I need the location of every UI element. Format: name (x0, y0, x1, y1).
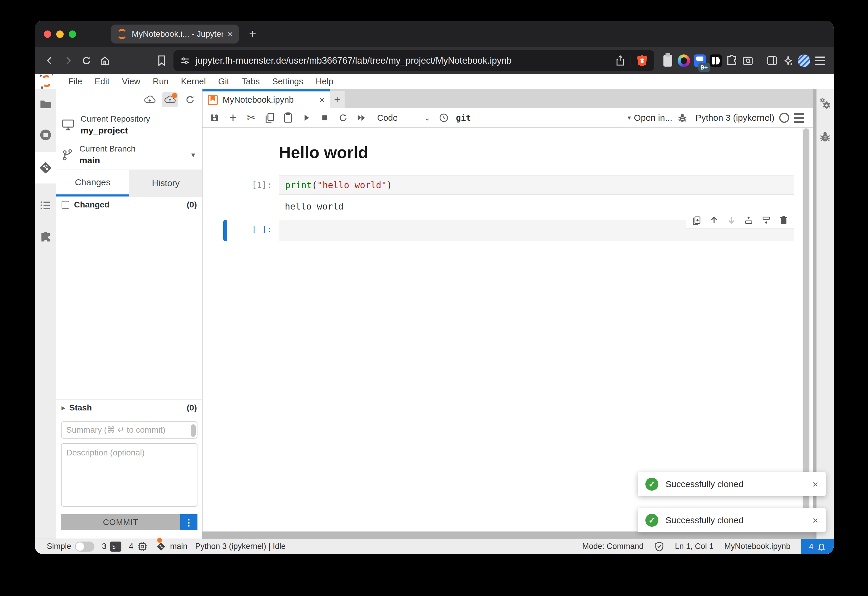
restart-kernel-icon[interactable] (335, 110, 351, 125)
cell-collapser[interactable] (223, 176, 227, 195)
new-launcher-button[interactable]: + (330, 91, 345, 108)
commit-options-kebab-icon[interactable]: ⋮ (180, 514, 198, 530)
changed-checkbox[interactable] (62, 201, 69, 209)
branch-dropdown-caret-icon[interactable]: ▾ (191, 150, 197, 159)
menu-edit[interactable]: Edit (89, 77, 116, 86)
terminals-indicator[interactable]: 3 $_ (102, 541, 121, 552)
menu-git[interactable]: Git (212, 77, 235, 86)
trust-shield-icon[interactable] (654, 541, 664, 552)
vertical-scrollbar-thumb[interactable] (803, 128, 809, 530)
changed-section-header[interactable]: Changed (0) (56, 196, 202, 213)
git-refresh-icon[interactable] (182, 92, 198, 107)
toast-notification[interactable]: ✓ Successfully cloned × (638, 472, 826, 496)
menu-settings[interactable]: Settings (266, 77, 309, 86)
git-sidebar-icon-active[interactable] (35, 152, 56, 183)
copy-cells-icon[interactable] (262, 110, 278, 125)
notifications-button[interactable]: 4 (801, 539, 834, 554)
wallet-search-icon[interactable] (741, 54, 754, 67)
url-bar[interactable]: jupyter.fh-muenster.de/user/mb366767/lab… (173, 50, 654, 71)
active-cell-collapser[interactable] (223, 220, 227, 241)
commit-summary-input[interactable] (66, 425, 192, 435)
reader-extension-icon[interactable] (709, 54, 722, 67)
insert-cell-below-icon[interactable] (759, 213, 774, 227)
stop-kernel-icon[interactable] (317, 110, 333, 125)
restart-run-all-icon[interactable] (353, 110, 369, 125)
tab-changes[interactable]: Changes (56, 170, 129, 196)
kernel-name[interactable]: Python 3 (ipykernel) (695, 113, 775, 123)
stash-section-header[interactable]: ▸ Stash (0) (56, 400, 202, 416)
tab-close-icon[interactable]: × (227, 29, 233, 39)
home-icon[interactable] (97, 53, 112, 68)
browser-menu-icon[interactable] (813, 54, 827, 67)
forward-icon[interactable] (61, 53, 76, 68)
kernels-indicator[interactable]: 4 (129, 541, 148, 552)
menu-kernel[interactable]: Kernel (175, 77, 212, 86)
menu-run[interactable]: Run (146, 77, 175, 86)
clipboard-extension-icon[interactable] (661, 54, 675, 67)
current-repository-row[interactable]: Current Repository my_project (56, 110, 202, 140)
open-in-dropdown[interactable]: ▾ Open in... (627, 113, 672, 123)
reload-icon[interactable] (79, 53, 94, 68)
ai-sparkle-icon[interactable] (782, 54, 794, 67)
move-cell-up-icon[interactable] (706, 213, 722, 227)
debugger-panel-icon[interactable] (819, 131, 831, 143)
site-controls-icon[interactable] (180, 56, 190, 66)
browser-tab[interactable]: MyNotebook.i... - JupyterLab × (111, 25, 239, 43)
stash-expand-caret-icon[interactable]: ▸ (62, 404, 65, 412)
notebook-tab[interactable]: MyNotebook.ipynb × (202, 89, 330, 108)
code-cell-1[interactable]: [1]: print("hello world") (202, 176, 813, 195)
puzzle-extensions-icon[interactable] (725, 54, 738, 67)
blue-extension-icon[interactable]: 9+ (693, 54, 706, 67)
notebook-tab-close-icon[interactable]: × (319, 95, 325, 105)
simple-mode-toggle[interactable] (75, 541, 94, 552)
paste-cells-icon[interactable] (280, 110, 296, 125)
insert-cell-icon[interactable]: + (225, 110, 241, 125)
extension-manager-icon[interactable] (35, 229, 56, 246)
toast-notification[interactable]: ✓ Successfully cloned × (638, 508, 826, 533)
cell-type-select[interactable]: Code ⌄ (377, 113, 430, 123)
insert-cell-above-icon[interactable] (741, 213, 756, 227)
zoom-window-button[interactable] (69, 31, 76, 38)
git-branch-indicator[interactable]: main (155, 541, 188, 552)
toast-close-icon[interactable]: × (812, 515, 818, 526)
duplicate-cell-icon[interactable] (689, 213, 704, 227)
panel-splitter[interactable] (813, 89, 816, 538)
sidebar-toggle-icon[interactable] (766, 54, 779, 67)
markdown-cell[interactable]: Hello world (202, 143, 813, 162)
close-window-button[interactable] (44, 31, 51, 38)
git-toolbar-label[interactable]: git (456, 113, 471, 123)
menu-help[interactable]: Help (309, 77, 340, 86)
cursor-position[interactable]: Ln 1, Col 1 (675, 542, 714, 551)
minimize-window-button[interactable] (56, 31, 63, 38)
run-cell-icon[interactable] (298, 110, 314, 125)
notebook-menu-icon[interactable] (794, 113, 804, 123)
tab-history[interactable]: History (129, 170, 202, 196)
menu-tabs[interactable]: Tabs (235, 77, 266, 86)
git-pull-icon[interactable] (142, 92, 158, 107)
git-push-icon[interactable] (162, 92, 178, 107)
brave-shield-icon[interactable] (636, 55, 648, 67)
debugger-bug-icon[interactable] (677, 112, 688, 123)
new-tab-button[interactable]: + (249, 27, 256, 41)
toast-close-icon[interactable]: × (812, 478, 818, 490)
commit-description-input[interactable] (66, 448, 192, 502)
current-branch-row[interactable]: Current Branch main ▾ (56, 140, 202, 170)
cut-cells-icon[interactable]: ✂ (244, 110, 259, 125)
kernel-status-icon[interactable] (779, 113, 789, 123)
commit-summary-field[interactable] (61, 421, 198, 438)
mode-indicator[interactable]: Mode: Command (582, 542, 644, 551)
file-browser-icon[interactable] (35, 96, 56, 112)
output-collapser[interactable] (223, 201, 227, 212)
running-kernels-icon[interactable] (35, 127, 56, 143)
commit-button[interactable]: COMMIT (61, 514, 180, 530)
vpn-icon[interactable] (797, 54, 810, 67)
code-editor[interactable]: print("hello world") (279, 176, 794, 195)
bookmark-icon[interactable] (154, 53, 169, 68)
menu-view[interactable]: View (116, 77, 146, 86)
url-text[interactable]: jupyter.fh-muenster.de/user/mb366767/lab… (195, 55, 610, 66)
simple-mode-toggle-group[interactable]: Simple (47, 541, 94, 552)
summary-scrollbar-thumb[interactable] (191, 424, 196, 437)
back-icon[interactable] (42, 53, 58, 68)
move-cell-down-icon[interactable] (724, 213, 739, 227)
active-filename[interactable]: MyNotebook.ipynb (724, 542, 790, 551)
